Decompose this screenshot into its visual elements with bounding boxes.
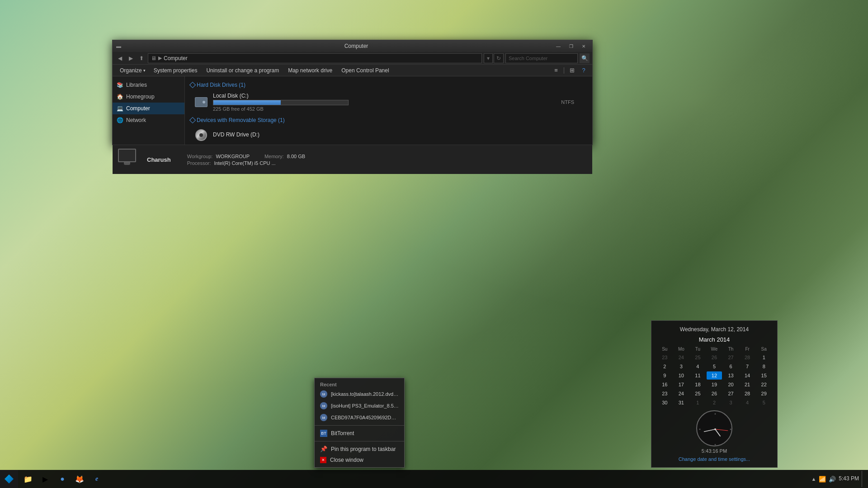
cal-cell-22[interactable]: 22 (756, 380, 772, 389)
cal-cell-23[interactable]: 23 (657, 389, 673, 398)
cal-cell-19[interactable]: 19 (707, 380, 722, 389)
cal-cell-30[interactable]: 30 (657, 399, 673, 407)
ctx-item-3-label: CEBD97A7F0A45209692D91... (331, 415, 399, 420)
cal-cell-24-feb[interactable]: 24 (674, 353, 689, 361)
cal-cell-31[interactable]: 31 (674, 399, 689, 407)
cal-cell-5-apr[interactable]: 5 (756, 399, 772, 407)
sidebar-item-homegroup[interactable]: 🏠 Homegroup (113, 91, 184, 103)
cal-cell-2[interactable]: 2 (657, 362, 673, 371)
taskbar-icon-browser[interactable]: ● (54, 471, 71, 487)
firefox-icon: 🦊 (75, 475, 84, 483)
cal-cell-29[interactable]: 29 (756, 389, 772, 398)
cal-cell-20[interactable]: 20 (723, 380, 739, 389)
cal-cell-18[interactable]: 18 (690, 380, 706, 389)
cal-cell-7[interactable]: 7 (740, 362, 755, 371)
sidebar-item-computer[interactable]: 💻 Computer (113, 103, 184, 114)
help-button[interactable]: ? (579, 66, 589, 75)
network-tray-icon[interactable]: 📶 (819, 476, 826, 483)
cal-cell-1-apr[interactable]: 1 (690, 399, 706, 407)
ctx-app-label[interactable]: BT BitTorrent (315, 427, 404, 439)
cal-cell-11[interactable]: 11 (690, 371, 706, 380)
cal-cell-3[interactable]: 3 (674, 362, 689, 371)
ie-icon: e (95, 475, 98, 483)
cal-cell-12-today[interactable]: 12 (707, 371, 722, 380)
ctx-close-item[interactable]: ✕ Close window (315, 455, 404, 465)
cal-cell-26[interactable]: 26 (707, 389, 722, 398)
ctx-item-3[interactable]: bt CEBD97A7F0A45209692D91... (315, 412, 404, 423)
start-button[interactable] (0, 470, 18, 488)
ctx-item-1[interactable]: bt [kickass.to]talaash.2012.dvdrip... (315, 388, 404, 400)
uninstall-menu[interactable]: Uninstall or change a program (202, 66, 283, 75)
search-bar[interactable]: Search Computer (505, 53, 578, 63)
sidebar-label-libraries: Libraries (126, 82, 147, 88)
cal-cell-14[interactable]: 14 (740, 371, 755, 380)
cal-cell-4-apr[interactable]: 4 (740, 399, 755, 407)
taskbar-icon-media[interactable]: ▶ (37, 471, 53, 487)
cal-cell-2-apr[interactable]: 2 (707, 399, 722, 407)
drive-c-fill (213, 100, 281, 105)
cal-cell-3-apr[interactable]: 3 (723, 399, 739, 407)
list-view-button[interactable]: ≡ (551, 66, 561, 75)
cal-cell-9[interactable]: 9 (657, 371, 673, 380)
minimize-button[interactable]: — (552, 42, 564, 50)
dropdown-button[interactable]: ▾ (484, 53, 493, 63)
svg-point-6 (715, 444, 716, 446)
address-bar[interactable]: 🖥 ▶ Computer (148, 53, 482, 63)
cal-cell-6[interactable]: 6 (723, 362, 739, 371)
taskbar-icon-ie[interactable]: e (89, 471, 105, 487)
up-button[interactable]: ⬆ (137, 54, 146, 63)
cal-cell-24[interactable]: 24 (674, 389, 689, 398)
cal-cell-8[interactable]: 8 (756, 362, 772, 371)
forward-button[interactable]: ▶ (126, 54, 135, 63)
cal-cell-1[interactable]: 1 (756, 353, 772, 361)
calendar-day-label: Wednesday, March 12, 2014 (657, 326, 772, 333)
browser-icon: ● (60, 475, 65, 483)
cal-cell-28[interactable]: 28 (740, 389, 755, 398)
cal-cell-25-feb[interactable]: 25 (690, 353, 706, 361)
sidebar-item-libraries[interactable]: 📚 Libraries (113, 79, 184, 91)
search-button[interactable]: 🔍 (580, 53, 590, 63)
cal-cell-10[interactable]: 10 (674, 371, 689, 380)
date-settings-link[interactable]: Change date and time settings... (657, 456, 772, 462)
bittorrent-icon: BT (320, 430, 327, 437)
cal-cell-23-feb[interactable]: 23 (657, 353, 673, 361)
tray-arrow-icon[interactable]: ▲ (811, 476, 816, 482)
cal-cell-25[interactable]: 25 (690, 389, 706, 398)
cal-cell-28-feb[interactable]: 28 (740, 353, 755, 361)
local-disk-c-item[interactable]: Local Disk (C:) 225 GB free of 452 GB NT… (190, 91, 587, 113)
window-menu-icon[interactable]: ▬ (116, 43, 121, 49)
ctx-pin-item[interactable]: 📌 Pin this program to taskbar (315, 443, 404, 455)
refresh-button[interactable]: ↻ (494, 53, 504, 63)
sidebar-label-homegroup: Homegroup (126, 94, 155, 100)
computer-icon: 💻 (116, 105, 123, 112)
organize-menu[interactable]: Organize ▾ (116, 66, 149, 75)
map-network-menu[interactable]: Map network drive (283, 66, 337, 75)
taskbar-clock[interactable]: 5:43 PM (839, 475, 859, 483)
menu-bar: Organize ▾ System properties Uninstall o… (113, 65, 592, 76)
restore-button[interactable]: ❐ (565, 42, 577, 50)
tiles-view-button[interactable]: ⊞ (567, 66, 577, 75)
cal-cell-26-feb[interactable]: 26 (707, 353, 722, 361)
show-desktop-button[interactable] (862, 471, 864, 487)
svg-point-3 (714, 428, 716, 430)
control-panel-menu[interactable]: Open Control Panel (337, 66, 393, 75)
cal-cell-17[interactable]: 17 (674, 380, 689, 389)
cal-cell-27[interactable]: 27 (723, 389, 739, 398)
svg-line-1 (704, 429, 715, 432)
system-properties-menu[interactable]: System properties (149, 66, 202, 75)
cal-cell-4[interactable]: 4 (690, 362, 706, 371)
back-button[interactable]: ◀ (115, 54, 124, 63)
cal-cell-15[interactable]: 15 (756, 371, 772, 380)
volume-tray-icon[interactable]: 🔊 (829, 476, 836, 483)
cal-cell-13[interactable]: 13 (723, 371, 739, 380)
sidebar-item-network[interactable]: 🌐 Network (113, 114, 184, 126)
cal-cell-21[interactable]: 21 (740, 380, 755, 389)
cal-cell-5[interactable]: 5 (707, 362, 722, 371)
taskbar-icon-explorer[interactable]: 📁 (20, 471, 36, 487)
cal-cell-27-feb[interactable]: 27 (723, 353, 739, 361)
close-button[interactable]: ✕ (578, 42, 590, 50)
taskbar-icon-firefox[interactable]: 🦊 (71, 471, 88, 487)
cal-cell-16[interactable]: 16 (657, 380, 673, 389)
ctx-item-2[interactable]: bt [isoHunt] PS3_Emulator_8.56... (315, 400, 404, 412)
dvd-drive-d-item[interactable]: DVD RW Drive (D:) (190, 126, 587, 144)
